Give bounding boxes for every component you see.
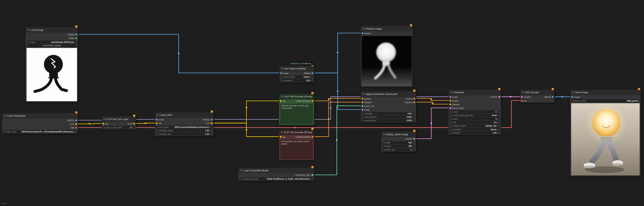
node-clip-set-last-layer[interactable]: CLIP Set Last LayerclipCLIP◀stop_at_clip… (102, 116, 136, 130)
increment-arrow-icon[interactable]: ▶ (74, 131, 76, 132)
increment-arrow-icon[interactable]: ▶ (412, 116, 414, 118)
increment-arrow-icon[interactable]: ▶ (310, 76, 312, 78)
decrement-arrow-icon[interactable]: ◀ (384, 149, 385, 151)
input-slot-dot[interactable] (450, 104, 451, 105)
input-slot-clip[interactable]: clip (280, 135, 286, 139)
collapse-dot-icon[interactable] (572, 92, 574, 94)
output-slot-dot[interactable] (413, 98, 415, 100)
widget-cfg[interactable]: ◀cfg2.0▶ (450, 121, 500, 124)
widget-denoise[interactable]: ◀denoise1.00▶ (450, 131, 500, 134)
increment-arrow-icon[interactable]: ▶ (412, 112, 414, 114)
widget-resolution[interactable]: ◀resolution512▶ (281, 79, 312, 82)
increment-arrow-icon[interactable]: ▶ (498, 121, 499, 123)
node-vae-decode[interactable]: VAE DecodesamplesIMAGEvae (520, 90, 554, 103)
input-slot-dot[interactable] (156, 119, 158, 120)
input-slot-clip[interactable]: clip (156, 121, 162, 125)
input-slot-dot[interactable] (362, 32, 363, 34)
decrement-arrow-icon[interactable]: ◀ (451, 114, 452, 116)
input-slot-latent_image[interactable]: latent_image (450, 106, 464, 110)
decrement-arrow-icon[interactable]: ◀ (363, 112, 364, 114)
output-slot-CONDITIONING[interactable]: CONDITIONING (296, 99, 313, 103)
node-zoe-depth-anything[interactable]: ComfyUI's ControlNet Au...Zoe Depth Anyt… (279, 66, 314, 83)
input-slot-negative[interactable]: negative (362, 100, 372, 104)
output-slot-dot[interactable] (312, 100, 313, 102)
increment-arrow-icon[interactable]: ▶ (310, 178, 312, 180)
output-slot-dot[interactable] (133, 123, 135, 124)
output-slot-negative[interactable]: negative (405, 100, 415, 104)
output-slot-dot[interactable] (312, 136, 313, 138)
input-slot-vae[interactable]: vae (521, 99, 527, 102)
output-slot-dot[interactable] (498, 96, 500, 98)
node-load-controlnet-model[interactable]: Load ControlNet ModelCONTROL_NET◀control… (238, 168, 314, 181)
widget-width[interactable]: ◀width768▶ (382, 141, 414, 144)
decrement-arrow-icon[interactable]: ◀ (451, 111, 452, 113)
input-slot-dot[interactable] (571, 96, 573, 98)
node-titlebar[interactable]: CLIP Set Last Layer (102, 116, 136, 122)
node-titlebar[interactable]: Preview Image (361, 26, 412, 32)
output-slot-positive[interactable]: positive (406, 97, 415, 100)
output-slot-CLIP[interactable]: CLIP (206, 121, 212, 125)
decrement-arrow-icon[interactable]: ◀ (384, 142, 385, 144)
increment-arrow-icon[interactable]: ▶ (498, 114, 499, 116)
widget-height[interactable]: ◀height768▶ (382, 144, 414, 148)
node-titlebar[interactable]: Load ControlNet Model (238, 168, 314, 173)
widget-scheduler[interactable]: ◀schedulerkarras▶ (450, 128, 500, 131)
collapse-dot-icon[interactable] (240, 170, 242, 172)
input-slot-model[interactable]: model (450, 95, 458, 99)
input-slot-dot[interactable] (280, 100, 282, 102)
widget-filename_prefix[interactable]: filename_prefixWBLegsV04 (572, 99, 639, 102)
node-save-image[interactable]: Save Imageimagesfilename_prefixWBLegsV04 (570, 90, 641, 176)
widget-start_percent[interactable]: ◀start_percent0.000▶ (362, 116, 415, 118)
node-load-image[interactable]: Load ImageIMAGEMASK◀imagepastedimage (24… (26, 27, 78, 102)
node-clip-text-encode-positive[interactable]: CLIP Text Encode (Prompt)clipCONDITIONIN… (279, 94, 314, 125)
output-slot-dot[interactable] (413, 138, 415, 140)
widget-steps[interactable]: ◀steps4▶ (450, 117, 500, 120)
input-slot-dot[interactable] (450, 107, 451, 109)
node-titlebar[interactable]: CLIP Text Encode (Prompt) (279, 130, 314, 135)
output-slot-dot[interactable] (75, 38, 77, 39)
output-slot-dot[interactable] (211, 122, 212, 124)
input-slot-dot[interactable] (362, 109, 363, 110)
node-load-lora[interactable]: Load LoRAmodelMODELclipCLIP◀lora_nameSDX… (155, 112, 214, 136)
decrement-arrow-icon[interactable]: ◀ (4, 131, 6, 132)
widget-stop_at_clip_layer[interactable]: ◀stop_at_clip_layer-2▶ (103, 126, 134, 129)
input-slot-dot[interactable] (280, 72, 282, 74)
increment-arrow-icon[interactable]: ▶ (498, 118, 499, 120)
output-slot-LATENT[interactable]: LATENT (405, 137, 415, 140)
decrement-arrow-icon[interactable]: ◀ (157, 133, 158, 135)
collapse-dot-icon[interactable] (383, 133, 385, 135)
decrement-arrow-icon[interactable]: ◀ (451, 118, 452, 120)
decrement-arrow-icon[interactable]: ◀ (384, 145, 385, 147)
output-slot-MODEL[interactable]: MODEL (203, 118, 212, 121)
input-slot-dot[interactable] (280, 136, 282, 138)
input-slot-model[interactable]: model (156, 118, 164, 121)
increment-arrow-icon[interactable]: ▶ (498, 125, 499, 127)
collapse-dot-icon[interactable] (103, 118, 105, 120)
node-titlebar[interactable]: Load Checkpoint (2, 113, 78, 118)
collapse-dot-icon[interactable] (281, 131, 282, 133)
input-slot-positive[interactable]: positive (362, 97, 371, 100)
output-slot-dot[interactable] (211, 119, 212, 120)
input-slot-images[interactable]: images (571, 95, 580, 99)
node-titlebar[interactable]: Empty Latent Image (382, 132, 416, 137)
node-titlebar[interactable]: KSampler (449, 90, 501, 95)
output-slot-MODEL[interactable]: MODEL (67, 118, 77, 122)
input-slot-control_net[interactable]: control_net (362, 104, 374, 108)
collapse-dot-icon[interactable] (281, 68, 283, 70)
collapse-dot-icon[interactable] (522, 92, 524, 94)
node-ksampler[interactable]: KSamplermodelLATENTpositivenegativelaten… (448, 90, 501, 135)
increment-arrow-icon[interactable]: ▶ (412, 120, 414, 122)
node-titlebar[interactable]: Load Image (26, 28, 78, 33)
widget-environment[interactable]: ◀environmentindoor▶ (281, 75, 312, 78)
node-titlebar[interactable]: VAE Decode (520, 90, 554, 95)
widget-batch_size[interactable]: ◀batch_size1▶ (382, 148, 414, 151)
increment-arrow-icon[interactable]: ▶ (132, 126, 134, 128)
decrement-arrow-icon[interactable]: ◀ (157, 126, 158, 128)
decrement-arrow-icon[interactable]: ◀ (28, 41, 29, 43)
decrement-arrow-icon[interactable]: ◀ (282, 80, 283, 82)
widget-lora_name[interactable]: ◀lora_nameSDXL\customwithlegs04.safetens… (156, 126, 212, 128)
decrement-arrow-icon[interactable]: ◀ (451, 125, 452, 127)
input-slot-dot[interactable] (450, 96, 451, 98)
decrement-arrow-icon[interactable]: ◀ (451, 121, 452, 123)
increment-arrow-icon[interactable]: ▶ (498, 111, 499, 113)
